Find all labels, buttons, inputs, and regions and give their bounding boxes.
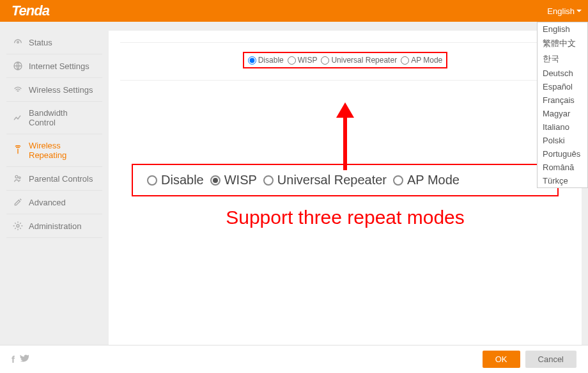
radio-ap[interactable] — [401, 56, 409, 65]
antenna-icon — [13, 145, 23, 155]
lang-option[interactable]: Magyar — [538, 107, 587, 120]
sidebar-item-bandwidth[interactable]: Bandwidth Control — [6, 102, 102, 134]
sidebar-label: Internet Settings — [29, 61, 89, 71]
lang-option[interactable]: Deutsch — [538, 67, 587, 80]
lang-option[interactable]: Español — [538, 80, 587, 93]
lang-option[interactable]: 한국 — [538, 51, 587, 67]
tools-icon — [13, 197, 23, 207]
big-radio-ap: AP Mode — [393, 173, 460, 187]
big-radio-universal: Universal Repeater — [263, 173, 387, 187]
sidebar-item-advanced[interactable]: Advanced — [6, 191, 102, 214]
sidebar-item-repeating[interactable]: Wireless Repeating — [6, 134, 102, 167]
sidebar-item-admin[interactable]: Administration — [6, 214, 102, 238]
chart-line-icon — [13, 113, 23, 123]
radio-selected-icon — [210, 175, 220, 186]
wifi-icon — [13, 84, 23, 95]
users-icon — [13, 173, 23, 184]
footer-bar: f OK Cancel — [0, 345, 588, 373]
big-radio-wisp: WISP — [210, 173, 257, 187]
lang-option[interactable]: Français — [538, 93, 587, 107]
sidebar: Status Internet Settings Wireless Settin… — [6, 31, 102, 373]
cancel-button[interactable]: Cancel — [525, 351, 576, 368]
lang-option[interactable]: Polski — [538, 134, 587, 147]
brand-logo: Tenda — [12, 3, 49, 19]
lang-option[interactable]: Română — [538, 161, 587, 174]
radio-icon — [263, 175, 274, 186]
svg-point-3 — [17, 225, 19, 227]
language-selector[interactable]: English — [547, 6, 582, 16]
annotation-radio-box: Disable WISP Universal Repeater AP Mode — [132, 164, 559, 196]
svg-marker-5 — [336, 102, 354, 118]
globe-icon — [13, 61, 23, 71]
lang-option[interactable]: Türkçe — [538, 174, 587, 187]
radio-wisp[interactable] — [288, 56, 296, 65]
radio-universal[interactable] — [321, 56, 329, 65]
sidebar-label: Wireless Settings — [29, 85, 93, 95]
sidebar-item-wireless[interactable]: Wireless Settings — [6, 78, 102, 102]
caret-down-icon — [576, 10, 582, 12]
big-radio-disable: Disable — [147, 173, 204, 187]
lang-option[interactable]: English — [538, 22, 587, 36]
ok-button[interactable]: OK — [483, 351, 520, 368]
lang-option[interactable]: 繁體中文 — [538, 36, 587, 51]
annotation-text: Support three repeat modes — [120, 207, 570, 228]
sidebar-label: Administration — [29, 221, 81, 231]
mode-radio-group: Disable WISP Universal Repeater AP Mode — [243, 52, 448, 68]
sidebar-label: Parental Controls — [29, 174, 93, 184]
sidebar-label: Wireless Repeating — [29, 141, 96, 160]
mode-disable[interactable]: Disable — [248, 56, 284, 65]
language-menu[interactable]: English 繁體中文 한국 Deutsch Español Français… — [537, 22, 588, 188]
sidebar-label: Status — [29, 38, 52, 47]
mode-panel: Disable WISP Universal Repeater AP Mode — [120, 42, 570, 81]
sidebar-label: Advanced — [29, 198, 66, 207]
sidebar-item-status[interactable]: Status — [6, 31, 102, 54]
mode-ap[interactable]: AP Mode — [401, 56, 442, 65]
gauge-icon — [13, 37, 23, 47]
social-icons: f — [12, 354, 29, 365]
lang-option[interactable]: Português — [538, 147, 587, 161]
facebook-icon[interactable]: f — [12, 354, 15, 365]
language-current: English — [547, 6, 575, 16]
radio-icon — [147, 175, 157, 186]
svg-point-2 — [19, 177, 20, 179]
mode-wisp[interactable]: WISP — [288, 56, 318, 65]
sidebar-item-parental[interactable]: Parental Controls — [6, 167, 102, 191]
sidebar-item-internet[interactable]: Internet Settings — [6, 54, 102, 78]
sidebar-label: Bandwidth Control — [29, 108, 96, 127]
lang-option[interactable]: Italiano — [538, 120, 587, 134]
top-bar: Tenda English — [0, 0, 588, 22]
gear-icon — [13, 221, 23, 231]
svg-point-1 — [15, 175, 18, 178]
main-panel: Disable WISP Universal Repeater AP Mode … — [109, 31, 582, 373]
radio-icon — [393, 175, 403, 186]
mode-universal[interactable]: Universal Repeater — [321, 56, 397, 65]
radio-disable[interactable] — [248, 56, 256, 65]
arrow-up-icon — [332, 101, 358, 171]
twitter-icon[interactable] — [20, 354, 29, 365]
